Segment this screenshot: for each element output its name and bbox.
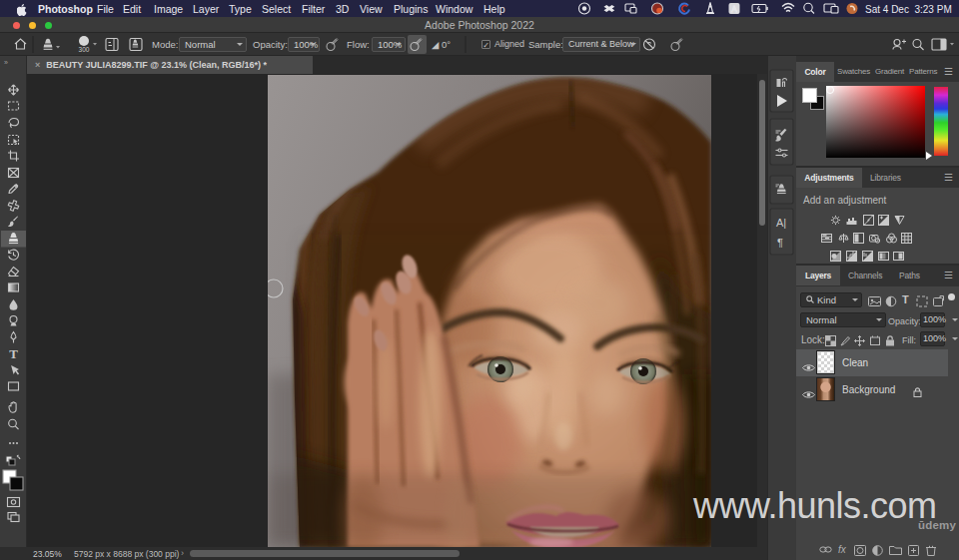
svg-text:A: A bbox=[731, 4, 738, 14]
svg-text:»: » bbox=[4, 59, 8, 66]
svg-text:T: T bbox=[9, 346, 18, 361]
svg-text:¶: ¶ bbox=[777, 237, 783, 249]
svg-text:A|: A| bbox=[776, 217, 786, 229]
svg-text:300: 300 bbox=[79, 46, 90, 53]
